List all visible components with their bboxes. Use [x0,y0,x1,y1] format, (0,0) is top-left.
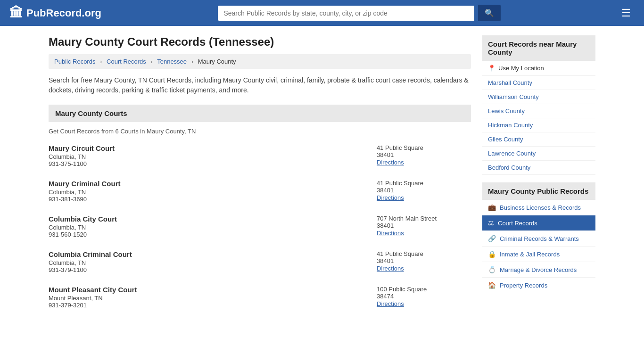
nearby-county-link[interactable]: Giles County [482,132,595,147]
court-zip: 38401 [377,257,471,264]
sidebar-record-label: Court Records [498,220,537,227]
public-records-items: 💼 Business Licenses & Records ⚖ Court Re… [482,200,595,293]
description: Search for free Maury County, TN Court R… [49,75,471,95]
menu-button[interactable]: ☰ [618,5,635,21]
court-name: Columbia Criminal Court [49,250,348,258]
sidebar-public-record-item[interactable]: 🔗 Criminal Records & Warrants [482,231,595,247]
court-phone: 931-379-1100 [49,266,348,273]
sidebar-record-label: Criminal Records & Warrants [500,235,579,242]
nearby-county-link[interactable]: Bedford County [482,161,595,175]
nearby-county-link[interactable]: Hickman County [482,118,595,132]
courts-section-header: Maury County Courts [49,105,471,122]
logo-text: PubRecord.org [26,7,101,19]
sidebar: Court Records near Maury County 📍 Use My… [482,35,595,321]
courts-list: Maury Circuit Court Columbia, TN 931-375… [49,144,471,312]
court-entry: Columbia City Court Columbia, TN 931-560… [49,215,471,241]
court-zip: 38474 [377,293,471,300]
directions-link[interactable]: Directions [377,300,404,307]
court-phone: 931-381-3690 [49,196,348,203]
nearby-county-link[interactable]: Marshall County [482,76,595,90]
court-name: Columbia City Court [49,215,348,223]
sidebar-public-record-item[interactable]: 🏠 Property Records [482,278,595,293]
sidebar-record-icon: 💼 [488,204,496,211]
court-address: 41 Public Square [377,180,471,187]
sidebar-record-label: Inmate & Jail Records [500,251,560,258]
breadcrumb-sep-1: › [100,58,102,65]
sidebar-public-record-item[interactable]: 💍 Marriage & Divorce Records [482,262,595,278]
breadcrumb-public-records[interactable]: Public Records [54,58,95,65]
sidebar-record-label: Marriage & Divorce Records [500,266,577,273]
sidebar-record-icon: 🔒 [488,250,496,258]
breadcrumb-sep-3: › [191,58,193,65]
court-name: Maury Criminal Court [49,180,348,188]
court-phone: 931-560-1520 [49,231,348,238]
breadcrumb: Public Records › Court Records › Tenness… [49,54,471,69]
menu-icon: ☰ [621,7,631,19]
court-city: Mount Pleasant, TN [49,295,348,302]
breadcrumb-sep-2: › [150,58,152,65]
court-address: 100 Public Square [377,286,471,293]
court-city: Columbia, TN [49,259,348,266]
main-container: Maury County Court Records (Tennessee) P… [39,26,605,330]
location-icon: 📍 [488,65,495,72]
use-my-location-label: Use My Location [498,65,544,72]
sidebar-record-icon: ⚖ [488,219,494,227]
directions-link[interactable]: Directions [377,265,404,272]
content-area: Maury County Court Records (Tennessee) P… [49,35,471,321]
court-city: Columbia, TN [49,224,348,231]
directions-link[interactable]: Directions [377,159,404,166]
search-icon: 🔍 [485,9,494,17]
header: 🏛 PubRecord.org 🔍 ☰ [0,0,644,26]
court-address: 41 Public Square [377,250,471,257]
court-entry: Columbia Criminal Court Columbia, TN 931… [49,250,471,276]
use-my-location[interactable]: 📍 Use My Location [482,61,595,76]
court-entry: Maury Criminal Court Columbia, TN 931-38… [49,180,471,206]
courts-section-sub: Get Court Records from 6 Courts in Maury… [49,126,471,137]
breadcrumb-court-records[interactable]: Court Records [107,58,146,65]
directions-link[interactable]: Directions [377,230,404,237]
directions-link[interactable]: Directions [377,194,404,201]
sidebar-record-icon: 🏠 [488,281,496,289]
sidebar-record-icon: 🔗 [488,235,496,242]
court-city: Columbia, TN [49,153,348,160]
search-area: 🔍 [218,5,501,21]
breadcrumb-current: Maury County [198,58,236,65]
court-entry: Maury Circuit Court Columbia, TN 931-375… [49,144,471,170]
nearby-counties: Marshall CountyWilliamson CountyLewis Co… [482,76,595,175]
sidebar-record-label: Business Licenses & Records [500,204,581,211]
logo[interactable]: 🏛 PubRecord.org [9,5,101,21]
sidebar-record-icon: 💍 [488,266,496,273]
court-zip: 38401 [377,151,471,158]
sidebar-public-record-item[interactable]: 🔒 Inmate & Jail Records [482,247,595,262]
logo-icon: 🏛 [9,5,23,21]
nearby-section-title: Court Records near Maury County [482,35,595,61]
court-phone: 931-379-3201 [49,302,348,309]
court-zip: 38401 [377,222,471,229]
court-name: Mount Pleasant City Court [49,286,348,294]
public-records-section-title: Maury County Public Records [482,182,595,200]
court-address: 41 Public Square [377,144,471,151]
court-name: Maury Circuit Court [49,144,348,152]
nearby-county-link[interactable]: Lawrence County [482,147,595,161]
nearby-section: Court Records near Maury County 📍 Use My… [482,35,595,175]
breadcrumb-tennessee[interactable]: Tennessee [157,58,187,65]
search-button[interactable]: 🔍 [478,5,501,21]
court-address: 707 North Main Street [377,215,471,222]
public-records-section: Maury County Public Records 💼 Business L… [482,182,595,293]
sidebar-record-label: Property Records [500,282,547,289]
nearby-county-link[interactable]: Lewis County [482,104,595,118]
court-city: Columbia, TN [49,189,348,196]
court-zip: 38401 [377,187,471,194]
court-phone: 931-375-1100 [49,160,348,167]
court-entry: Mount Pleasant City Court Mount Pleasant… [49,286,471,312]
nearby-county-link[interactable]: Williamson County [482,90,595,104]
page-title: Maury County Court Records (Tennessee) [49,35,471,49]
sidebar-public-record-item[interactable]: ⚖ Court Records [482,215,595,231]
sidebar-public-record-item[interactable]: 💼 Business Licenses & Records [482,200,595,215]
search-input[interactable] [218,6,474,21]
